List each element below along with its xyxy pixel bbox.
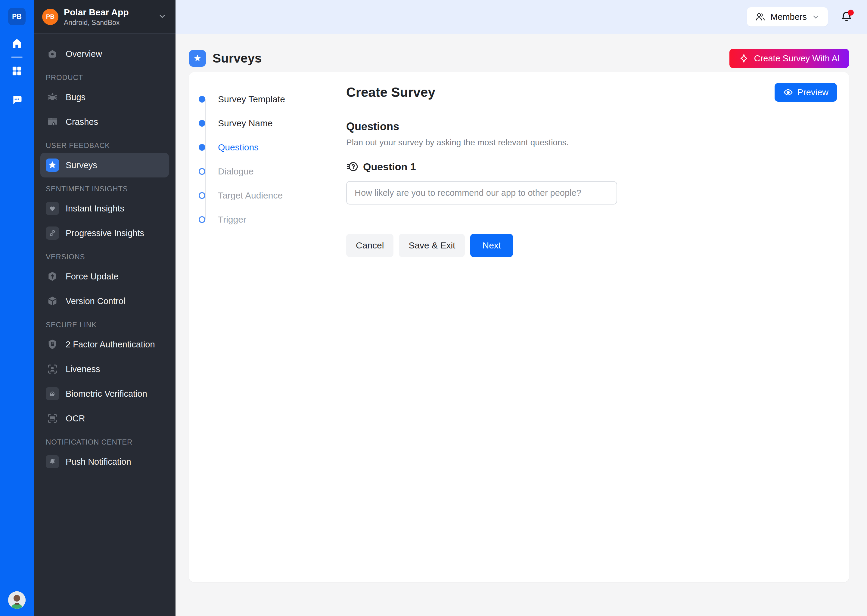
home-icon[interactable] (10, 37, 24, 50)
page-content: Surveys Create Survey With AI Survey Tem… (175, 34, 867, 616)
bug-icon (46, 91, 59, 104)
unread-dot (848, 9, 854, 16)
step-trigger[interactable]: Trigger (189, 207, 310, 232)
user-avatar[interactable] (8, 591, 25, 609)
sidebar-item-label: Instant Insights (66, 204, 125, 214)
cancel-button[interactable]: Cancel (346, 234, 394, 257)
link-icon (46, 226, 59, 240)
preview-label: Preview (798, 88, 828, 97)
bell-icon (46, 455, 59, 468)
step-dot (199, 96, 205, 102)
page-title: Surveys (213, 51, 262, 66)
sidebar-item-label: Crashes (66, 117, 98, 127)
step-questions[interactable]: Questions (189, 135, 310, 159)
step-dot (199, 168, 205, 175)
sidebar-item-label: Version Control (66, 296, 125, 306)
create-survey-with-ai-label: Create Survey With AI (754, 53, 840, 63)
question-icon (346, 160, 358, 173)
create-survey-with-ai-button[interactable]: Create Survey With AI (730, 49, 849, 68)
page-header: Surveys Create Survey With AI (189, 44, 849, 72)
step-survey-name[interactable]: Survey Name (189, 111, 310, 135)
sidebar-item-label: Bugs (66, 92, 85, 102)
sidebar-item-bugs[interactable]: Bugs (40, 85, 169, 110)
save-exit-button[interactable]: Save & Exit (399, 234, 465, 257)
sidebar-item-label: Force Update (66, 272, 118, 281)
wizard-actions: Cancel Save & Exit Next (346, 234, 837, 257)
shield-lock-icon (46, 338, 59, 351)
sidebar-section-user-feedback: USER FEEDBACK (34, 134, 175, 153)
topbar: Members (175, 0, 867, 34)
overview-icon (46, 47, 59, 60)
card-scan-icon (46, 412, 59, 425)
eye-icon (783, 87, 793, 97)
sidebar-item-label: Surveys (66, 160, 97, 170)
next-button[interactable]: Next (470, 234, 513, 257)
step-dot (199, 144, 205, 151)
sidebar-item-ocr[interactable]: OCR (40, 406, 169, 431)
sidebar-item-label: Overview (66, 49, 102, 59)
crash-icon (46, 115, 59, 129)
sidebar-item-label: 2 Factor Authentication (66, 339, 155, 349)
question-1-label: Question 1 (363, 161, 416, 173)
step-survey-template[interactable]: Survey Template (189, 87, 310, 111)
sidebar-item-2fa[interactable]: 2 Factor Authentication (40, 332, 169, 357)
sidebar-item-label: OCR (66, 413, 85, 423)
people-icon (755, 11, 766, 22)
step-target-audience[interactable]: Target Audience (189, 184, 310, 207)
app-rail: PB (0, 0, 34, 616)
sidebar-section-notification-center: NOTIFICATION CENTER (34, 431, 175, 449)
create-survey-card: Survey Template Survey Name Questions Di… (189, 72, 849, 582)
surveys-star-icon (189, 50, 206, 67)
sidebar-item-biometric-verification[interactable]: Biometric Verification (40, 381, 169, 406)
members-button[interactable]: Members (747, 7, 828, 27)
form-divider (346, 219, 837, 219)
heart-icon (46, 202, 59, 215)
main-area: Members Surveys Create Survey With AI (175, 0, 867, 616)
sidebar-nav: Overview PRODUCT Bugs Crashes USER FEEDB… (34, 34, 175, 474)
sidebar-item-label: Biometric Verification (66, 389, 147, 399)
sidebar-item-liveness[interactable]: Liveness (40, 357, 169, 381)
wizard-form: Create Survey Preview Questions Plan out… (310, 72, 849, 582)
questions-heading: Questions (346, 120, 837, 133)
rail-divider (11, 57, 22, 58)
notifications-bell[interactable] (840, 10, 853, 24)
star-icon (46, 159, 59, 172)
fingerprint-icon (46, 387, 59, 400)
sidebar-item-progressive-insights[interactable]: Progressive Insights (40, 221, 169, 245)
sidebar-section-sentiment-insights: SENTIMENT INSIGHTS (34, 178, 175, 196)
app-logo[interactable]: PB (8, 8, 25, 25)
chat-icon[interactable] (10, 93, 24, 107)
wizard-title: Create Survey (346, 85, 435, 100)
face-scan-icon (46, 363, 59, 376)
sidebar-section-secure-link: SECURE LINK (34, 313, 175, 332)
sidebar-item-label: Liveness (66, 364, 100, 374)
preview-button[interactable]: Preview (775, 83, 837, 102)
sidebar-item-force-update[interactable]: Force Update (40, 264, 169, 289)
sidebar-item-crashes[interactable]: Crashes (40, 110, 169, 134)
wizard-stepper: Survey Template Survey Name Questions Di… (189, 72, 310, 582)
workspace-avatar: PB (42, 9, 58, 25)
sidebar-item-push-notification[interactable]: Push Notification (40, 449, 169, 474)
question-text-input[interactable] (346, 181, 617, 204)
step-dialogue[interactable]: Dialogue (189, 159, 310, 184)
workspace-name: Polar Bear App (64, 7, 158, 18)
sidebar: PB Polar Bear App Android, SandBox Overv… (34, 0, 175, 616)
step-dot (199, 216, 205, 223)
sparkle-icon (738, 53, 749, 64)
workspace-subtitle: Android, SandBox (64, 19, 158, 27)
step-dot (199, 120, 205, 127)
sidebar-item-version-control[interactable]: Version Control (40, 289, 169, 313)
sidebar-item-label: Progressive Insights (66, 228, 144, 238)
sidebar-item-overview[interactable]: Overview (40, 41, 169, 66)
sidebar-item-label: Push Notification (66, 457, 131, 467)
sidebar-section-versions: VERSIONS (34, 245, 175, 264)
questions-description: Plan out your survey by asking the most … (346, 138, 837, 148)
apps-grid-icon[interactable] (10, 64, 24, 78)
chevron-down-icon (812, 13, 820, 21)
sidebar-item-surveys[interactable]: Surveys (40, 153, 169, 178)
workspace-switcher[interactable]: PB Polar Bear App Android, SandBox (34, 0, 175, 34)
members-label: Members (770, 12, 807, 22)
sidebar-item-instant-insights[interactable]: Instant Insights (40, 196, 169, 221)
sidebar-section-product: PRODUCT (34, 66, 175, 85)
hexagon-up-arrow-icon (46, 270, 59, 283)
